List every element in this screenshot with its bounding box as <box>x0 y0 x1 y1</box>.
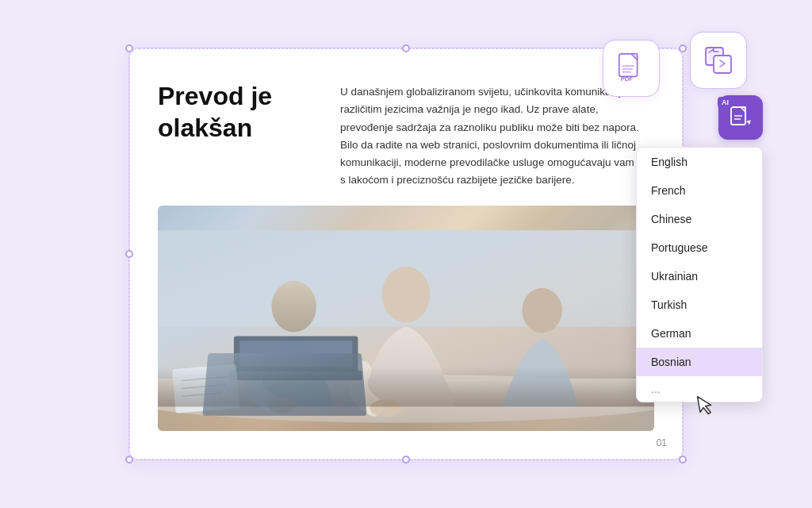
swap-icon <box>703 44 734 76</box>
slide-title: Prevod je olakšan <box>158 80 316 190</box>
lang-item-ukrainian[interactable]: Ukrainian <box>637 262 762 291</box>
lang-item-bosnian[interactable]: Bosnian <box>637 348 762 376</box>
svg-rect-12 <box>239 341 352 366</box>
lang-item-portuguese[interactable]: Portuguese <box>637 233 762 262</box>
lang-item-french[interactable]: French <box>637 176 762 205</box>
people-illustration <box>158 206 654 431</box>
slide-top-section: Prevod je olakšan U današnjem globalizir… <box>158 80 654 190</box>
svg-rect-17 <box>158 366 654 406</box>
lang-item-german[interactable]: German <box>637 319 762 348</box>
lang-item-turkish[interactable]: Turkish <box>637 291 762 319</box>
slide-card: Prevod je olakšan U današnjem globalizir… <box>128 48 684 460</box>
pdf-bubble[interactable]: PDF <box>603 40 660 97</box>
svg-text:PDF: PDF <box>621 75 634 83</box>
swap-bubble[interactable] <box>690 32 747 89</box>
slide-body-text: U današnjem globaliziranom svijetu, učin… <box>340 80 654 190</box>
page-number: 01 <box>657 437 667 448</box>
ai-badge-label: AI <box>718 97 733 108</box>
svg-rect-24 <box>714 56 731 73</box>
language-dropdown[interactable]: English French Chinese Portuguese Ukrain… <box>636 147 763 402</box>
handle-mid-bottom[interactable] <box>402 456 410 464</box>
handle-top-left[interactable] <box>125 44 133 52</box>
slide-content: Prevod je olakšan U današnjem globalizir… <box>158 80 654 431</box>
handle-bottom-right[interactable] <box>679 456 687 464</box>
pdf-icon: PDF <box>617 52 645 84</box>
scene: Prevod je olakšan U današnjem globalizir… <box>25 24 787 484</box>
handle-mid-left[interactable] <box>125 250 133 258</box>
lang-item-chinese[interactable]: Chinese <box>637 205 762 233</box>
svg-rect-9 <box>230 370 362 379</box>
handle-top-right[interactable] <box>679 44 687 52</box>
svg-point-8 <box>522 287 561 333</box>
mouse-cursor <box>694 392 716 418</box>
handle-mid-top[interactable] <box>402 44 410 52</box>
svg-point-6 <box>382 266 431 322</box>
handle-bottom-left[interactable] <box>125 456 133 464</box>
svg-point-5 <box>267 397 296 413</box>
image-simulation <box>158 206 654 431</box>
slide-image <box>158 206 654 431</box>
pdf-file-icon: PDF <box>617 52 645 84</box>
ai-document-icon <box>728 105 753 130</box>
lang-item-english[interactable]: English <box>637 148 762 176</box>
svg-point-4 <box>271 280 316 332</box>
